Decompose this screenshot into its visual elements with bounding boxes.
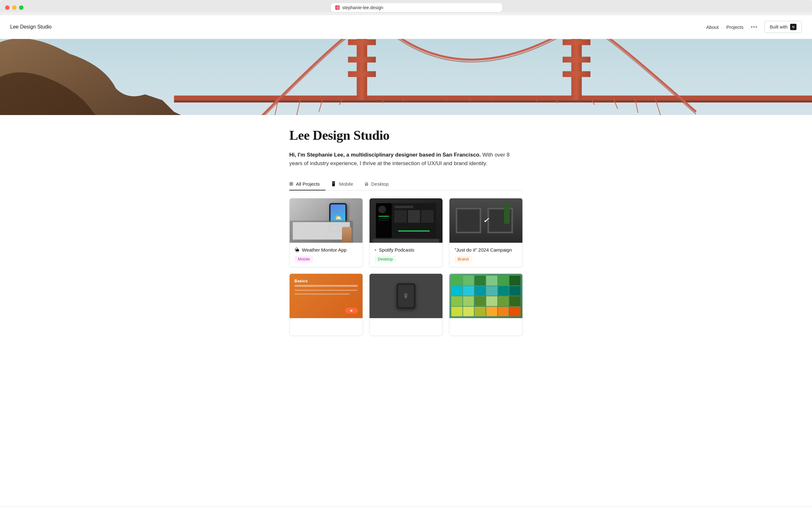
svg-rect-4	[580, 96, 812, 101]
nav-more-button[interactable]	[751, 26, 757, 27]
project-info-6	[450, 318, 522, 336]
project-name-6	[455, 323, 517, 328]
svg-rect-11	[563, 39, 591, 45]
nav-link-about[interactable]: About	[706, 24, 719, 30]
traffic-light-minimize[interactable]	[12, 5, 16, 10]
nav-dot-2	[753, 26, 755, 27]
project-card-nike[interactable]: ✓ "Just do it" 2024 Campaign Brand	[449, 198, 523, 267]
intro-paragraph: Hi, I'm Stephanie Lee, a multidisciplina…	[289, 151, 523, 168]
hero-image	[0, 39, 812, 115]
navigation: Lee Design Studio About Projects Built w…	[0, 15, 812, 39]
project-image-6	[450, 274, 522, 318]
project-card-4[interactable]: Basics ▶	[289, 274, 363, 336]
browser-controls: 🎨 stephanie-lee.design	[5, 3, 807, 12]
project-name-weather: 🌦 Weather Monitor App	[295, 247, 357, 252]
project-tag-spotify: Desktop	[374, 256, 396, 262]
nav-link-projects[interactable]: Projects	[726, 24, 744, 30]
browser-chrome: 🎨 stephanie-lee.design	[0, 0, 812, 12]
project-image-nike: ✓	[450, 199, 522, 243]
gallery-tabs: ⊞ All Projects 📱 Mobile 🖥 Desktop	[289, 178, 523, 190]
svg-rect-12	[563, 57, 591, 62]
project-image-weather: ⛅	[290, 199, 362, 243]
project-card-6[interactable]	[449, 274, 523, 336]
tab-desktop[interactable]: 🖥 Desktop	[364, 178, 394, 190]
traffic-light-close[interactable]	[5, 5, 9, 10]
built-with-label: Built with	[770, 24, 788, 30]
project-card-weather[interactable]: ⛅ 🌦 Weather Monitor App Mobile	[289, 198, 363, 267]
tab-mobile[interactable]: 📱 Mobile	[331, 178, 359, 190]
project-image-4: Basics ▶	[290, 274, 362, 318]
project-emoji-spotify: ▪	[374, 247, 376, 252]
nav-dot-1	[751, 26, 752, 27]
project-info-5	[369, 318, 443, 336]
nav-logo[interactable]: Lee Design Studio	[10, 24, 52, 30]
website: Lee Design Studio About Projects Built w…	[0, 15, 812, 506]
intro-bold: Hi, I'm Stephanie Lee, a multidisciplina…	[289, 152, 481, 158]
project-emoji-weather: 🌦	[295, 247, 299, 252]
project-info-spotify: ▪ Spotify Podcasts Desktop	[369, 243, 443, 267]
project-name-4	[295, 323, 357, 328]
tab-mobile-label: Mobile	[339, 181, 353, 187]
svg-rect-7	[348, 39, 376, 45]
project-tag-weather: Mobile	[295, 256, 313, 262]
project-grid: ⛅ 🌦 Weather Monitor App Mobile	[289, 198, 523, 336]
address-bar[interactable]: 🎨 stephanie-lee.design	[331, 3, 502, 12]
page-title: Lee Design Studio	[289, 128, 523, 143]
tab-all-projects[interactable]: ⊞ All Projects	[289, 178, 325, 190]
tab-mobile-icon: 📱	[331, 181, 337, 187]
notion-icon: N	[790, 24, 797, 30]
tab-all-icon: ⊞	[289, 181, 293, 187]
svg-rect-9	[348, 71, 376, 77]
project-card-spotify[interactable]: ▪ Spotify Podcasts Desktop	[369, 198, 443, 267]
main-content: Lee Design Studio Hi, I'm Stephanie Lee,…	[279, 115, 533, 349]
favicon-icon: 🎨	[335, 5, 340, 10]
traffic-light-maximize[interactable]	[19, 5, 23, 10]
project-name-spotify: ▪ Spotify Podcasts	[374, 247, 438, 252]
project-info-4	[290, 318, 362, 336]
project-info-weather: 🌦 Weather Monitor App Mobile	[290, 243, 362, 267]
hero-svg	[0, 39, 812, 115]
svg-rect-10	[571, 39, 582, 100]
built-with-button[interactable]: Built with N	[764, 21, 802, 33]
tab-all-label: All Projects	[296, 181, 320, 187]
tab-desktop-icon: 🖥	[364, 181, 368, 187]
svg-rect-2	[174, 96, 360, 101]
svg-rect-13	[563, 71, 591, 77]
project-name-nike: "Just do it" 2024 Campaign	[455, 247, 517, 252]
svg-rect-8	[348, 57, 376, 62]
project-image-5: 🎙	[369, 274, 443, 318]
url-text: stephanie-lee.design	[342, 5, 383, 10]
nav-right: About Projects Built with N	[706, 21, 802, 33]
project-card-5[interactable]: 🎙	[369, 274, 443, 336]
nav-dot-3	[756, 26, 757, 27]
tab-desktop-label: Desktop	[371, 181, 389, 187]
svg-rect-6	[357, 39, 367, 100]
project-info-nike: "Just do it" 2024 Campaign Brand	[450, 243, 522, 267]
project-tag-nike: Brand	[455, 256, 472, 262]
project-name-5	[374, 323, 438, 328]
project-image-spotify	[369, 199, 443, 243]
svg-rect-5	[174, 100, 812, 102]
